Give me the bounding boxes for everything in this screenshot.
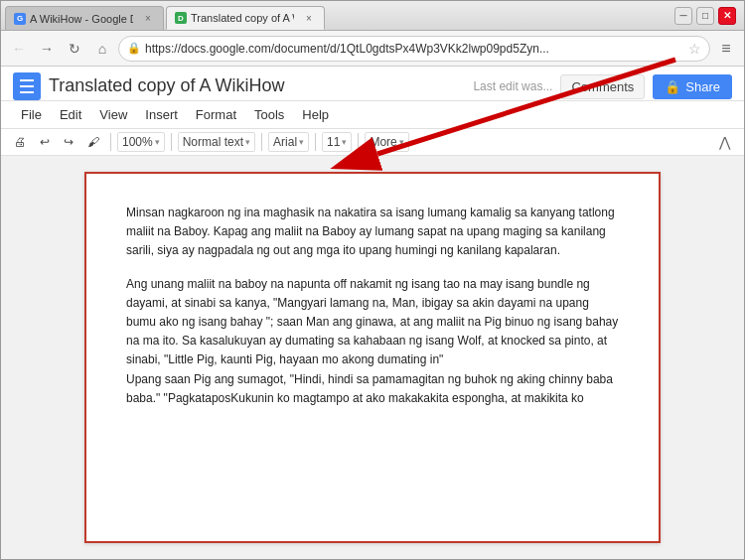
app-content: Translated copy of A WikiHow Last edit w… — [1, 67, 744, 559]
tab1-label: A WikiHow - Google Drive ... — [30, 13, 133, 25]
share-lock-icon: 🔒 — [665, 79, 680, 94]
menu-format[interactable]: Format — [188, 103, 244, 126]
doc-title-area: Translated copy of A WikiHow — [49, 75, 465, 97]
last-edit-text: Last edit was... — [473, 79, 552, 93]
hamburger-line-2 — [20, 85, 34, 87]
doc-paragraph-1: Minsan nagkaroon ng ina maghasik na naka… — [126, 204, 619, 261]
print-button[interactable]: 🖨 — [9, 132, 31, 152]
redo-button[interactable]: ↪ — [59, 132, 78, 152]
size-value: 11 — [327, 135, 340, 149]
browser-window: G A WikiHow - Google Drive ... × D Trans… — [0, 0, 745, 560]
comments-button[interactable]: Comments — [560, 74, 645, 99]
style-select[interactable]: Normal text ▾ — [178, 132, 255, 152]
docs-header: Translated copy of A WikiHow Last edit w… — [1, 67, 744, 101]
toolbar-separator-4 — [315, 133, 316, 151]
share-label: Share — [685, 79, 720, 94]
style-value: Normal text — [183, 135, 243, 149]
browser-menu-button[interactable]: ≡ — [714, 37, 738, 61]
doc-page: Minsan nagkaroon ng ina maghasik na naka… — [84, 172, 661, 543]
more-button[interactable]: More ▾ — [365, 132, 408, 152]
hamburger-line-1 — [20, 79, 34, 81]
font-select[interactable]: Arial ▾ — [268, 132, 309, 152]
tab1-favicon: G — [14, 13, 26, 25]
lock-icon: 🔒 — [127, 42, 141, 55]
zoom-value: 100% — [122, 135, 153, 149]
minimize-button[interactable]: ─ — [674, 7, 692, 25]
style-chevron-icon: ▾ — [245, 137, 250, 147]
font-value: Arial — [273, 135, 297, 149]
back-button[interactable]: ← — [7, 37, 31, 61]
doc-area[interactable]: Minsan nagkaroon ng ina maghasik na naka… — [1, 156, 744, 559]
hamburger-line-3 — [20, 91, 34, 93]
menu-help[interactable]: Help — [294, 103, 337, 126]
tab1-close[interactable]: × — [141, 12, 155, 26]
toolbar-separator-5 — [358, 133, 359, 151]
tab2-close[interactable]: × — [302, 11, 316, 25]
size-chevron-icon: ▾ — [342, 137, 347, 147]
more-label: More — [370, 135, 396, 149]
collapse-toolbar-button[interactable]: ⋀ — [713, 132, 736, 152]
tab2-label: Translated copy of A Wiki ... — [191, 12, 294, 24]
menu-tools[interactable]: Tools — [246, 103, 292, 126]
forward-button[interactable]: → — [35, 37, 59, 61]
tab-2[interactable]: D Translated copy of A Wiki ... × — [166, 6, 325, 30]
home-button[interactable]: ⌂ — [90, 37, 114, 61]
hamburger-menu-button[interactable] — [13, 72, 41, 100]
menu-edit[interactable]: Edit — [52, 103, 89, 126]
header-right: Last edit was... Comments 🔒 Share — [473, 74, 732, 99]
menu-view[interactable]: View — [91, 103, 135, 126]
font-chevron-icon: ▾ — [299, 137, 304, 147]
format-toolbar: 🖨 ↩ ↪ 🖌 100% ▾ Normal text ▾ Arial ▾ 11 — [1, 129, 744, 156]
paint-format-button[interactable]: 🖌 — [82, 132, 104, 152]
reload-button[interactable]: ↻ — [63, 37, 86, 61]
menu-bar: File Edit View Insert Format Tools Help — [1, 101, 744, 129]
close-button[interactable]: ✕ — [718, 7, 736, 25]
browser-toolbar: ← → ↻ ⌂ 🔒 https://docs.google.com/docume… — [1, 31, 744, 67]
zoom-chevron-icon: ▾ — [155, 137, 160, 147]
doc-title[interactable]: Translated copy of A WikiHow — [49, 75, 465, 97]
share-button[interactable]: 🔒 Share — [653, 74, 732, 99]
tab-1[interactable]: G A WikiHow - Google Drive ... × — [5, 6, 164, 30]
maximize-button[interactable]: □ — [696, 7, 714, 25]
doc-text: Minsan nagkaroon ng ina maghasik na naka… — [126, 204, 619, 408]
toolbar-separator-3 — [261, 133, 262, 151]
window-controls: ─ □ ✕ — [674, 1, 744, 30]
zoom-select[interactable]: 100% ▾ — [117, 132, 165, 152]
size-select[interactable]: 11 ▾ — [322, 132, 352, 152]
doc-paragraph-2: Ang unang maliit na baboy na napunta off… — [126, 275, 619, 408]
tabs-area: G A WikiHow - Google Drive ... × D Trans… — [1, 1, 674, 30]
toolbar-separator-2 — [171, 133, 172, 151]
more-chevron-icon: ▾ — [399, 137, 404, 147]
menu-insert[interactable]: Insert — [137, 103, 186, 126]
tab2-favicon: D — [175, 12, 187, 24]
undo-button[interactable]: ↩ — [35, 132, 55, 152]
title-bar: G A WikiHow - Google Drive ... × D Trans… — [1, 1, 744, 31]
bookmark-star-icon[interactable]: ☆ — [688, 41, 701, 57]
address-text: https://docs.google.com/document/d/1QtL0… — [145, 42, 684, 56]
toolbar-separator-1 — [110, 133, 111, 151]
address-bar[interactable]: 🔒 https://docs.google.com/document/d/1Qt… — [118, 36, 710, 62]
menu-file[interactable]: File — [13, 103, 50, 126]
